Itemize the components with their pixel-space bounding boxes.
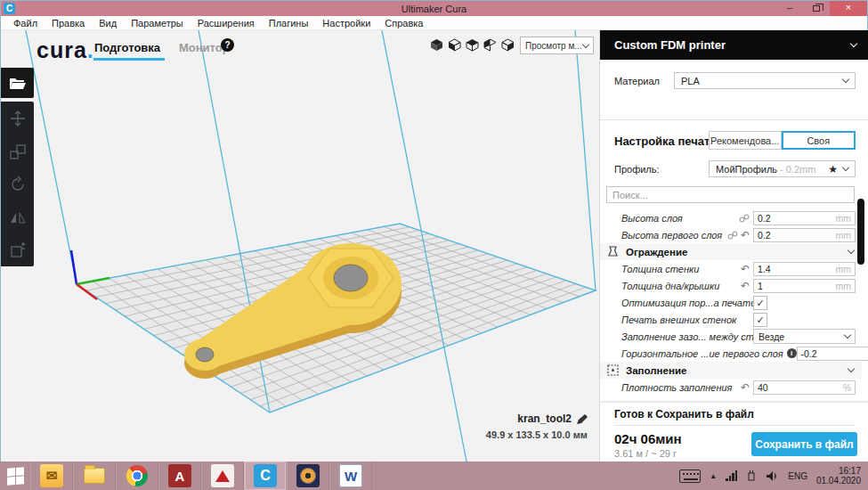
chevron-down-icon [582, 40, 589, 47]
status-text: Готов к Сохранить в файл [614, 408, 754, 421]
edit-pencil-icon[interactable] [576, 413, 588, 425]
tab-recommended[interactable]: Рекомендова... [709, 131, 782, 150]
material-usage: 3.61 м / ~ 29 г [614, 448, 677, 459]
close-button[interactable]: × [830, 1, 867, 16]
save-to-file-button[interactable]: Сохранить в файл [751, 432, 857, 456]
taskbar-outlook[interactable]: ✉ [30, 461, 73, 490]
build-plate-scene [1, 30, 600, 461]
view-mode-value: Просмотр м... [525, 41, 582, 51]
material-dropdown[interactable]: PLA [674, 72, 856, 89]
view-mode-dropdown[interactable]: Просмотр м... [520, 37, 594, 54]
cura-window: C Ultimaker Cura – × Файл Правка Вид Пар… [0, 0, 868, 461]
section-infill[interactable]: Заполнение [600, 362, 862, 379]
windows-taskbar: ✉ A C W ▲ ENG 16:17 01.04.2020 [0, 461, 868, 490]
profile-value: МойПрофиль - 0.2mm [716, 164, 815, 175]
mirror-tool-button[interactable] [1, 200, 34, 233]
camera-view-buttons [430, 38, 515, 52]
layer-height-input[interactable]: 0.2mm [753, 211, 856, 225]
network-signal-icon[interactable] [726, 470, 737, 481]
chrome-icon [126, 465, 148, 486]
menu-plugins[interactable]: Плагины [262, 18, 316, 29]
start-button[interactable] [0, 461, 30, 490]
tab-prepare[interactable]: Подготовка [94, 41, 160, 54]
star-icon[interactable]: ★ [828, 163, 838, 176]
view-front-icon[interactable] [448, 38, 461, 52]
setting-row-layer-height[interactable]: Высота слоя 0.2mm [600, 209, 862, 226]
title-bar[interactable]: C Ultimaker Cura – × [1, 1, 867, 16]
taskbar-word[interactable]: W [329, 461, 372, 490]
per-model-settings-icon [9, 241, 27, 259]
restore-button[interactable] [803, 1, 830, 16]
settings-list: Высота слоя 0.2mm Высота первого слоя ↶ … [600, 209, 862, 396]
settings-search-input[interactable]: Поиск... [606, 186, 855, 203]
model-dimensions: 49.9 x 133.5 x 10.0 мм [486, 429, 588, 440]
view-right-icon[interactable] [501, 38, 515, 52]
infill-icon [607, 364, 619, 376]
settings-scrollbar[interactable] [857, 199, 864, 265]
setting-row-outer-walls[interactable]: Печать внешних стенок ✓ [600, 311, 862, 328]
word-icon: W [339, 464, 362, 487]
volume-icon[interactable] [766, 470, 779, 482]
setting-row-infill-density[interactable]: Плотность заполнения ↶ 40% [600, 379, 862, 396]
settings-panel: Custom FDM printer Материал PLA Проверит… [599, 30, 868, 461]
initial-layer-height-input[interactable]: 0.2mm [753, 228, 856, 242]
infill-density-input[interactable]: 40% [753, 380, 856, 395]
per-model-settings-button[interactable] [1, 233, 34, 266]
setting-row-wall-thickness[interactable]: Толщина стенки ↶ 1.4mm [600, 260, 862, 277]
view-top-icon[interactable] [466, 38, 479, 52]
keyboard-icon[interactable] [679, 470, 701, 483]
revert-icon[interactable]: ↶ [741, 381, 750, 394]
power-plug-icon[interactable] [746, 470, 757, 482]
profile-dropdown[interactable]: МойПрофиль - 0.2mm ★ [709, 160, 856, 177]
revert-icon[interactable]: ↶ [741, 280, 750, 292]
minimize-button[interactable]: – [776, 1, 803, 16]
menu-view[interactable]: Вид [92, 18, 124, 29]
hidden-icons-arrow[interactable]: ▲ [710, 472, 717, 480]
printer-name: Custom FDM printer [614, 38, 726, 52]
setting-row-initial-layer-height[interactable]: Высота первого слоя ↶ 0.2mm [600, 226, 862, 243]
clock[interactable]: 16:17 01.04.2020 [816, 466, 861, 486]
menu-extensions[interactable]: Расширения [191, 18, 262, 29]
material-label: Материал [614, 76, 674, 86]
help-icon[interactable]: ? [221, 38, 234, 52]
info-icon[interactable]: i [787, 348, 797, 358]
revert-icon[interactable]: ↶ [741, 229, 750, 241]
menu-edit[interactable]: Правка [45, 18, 92, 29]
taskbar-file-explorer[interactable] [73, 461, 116, 490]
setting-row-initial-layer-expansion[interactable]: Горизонтальное ...ие первого слоя i -0.2… [600, 345, 862, 362]
setting-row-fill-gaps[interactable]: Заполнение зазо... между стенками Везде [600, 328, 862, 345]
view-left-icon[interactable] [483, 38, 497, 52]
open-file-button[interactable] [1, 68, 34, 98]
menu-settings[interactable]: Параметры [124, 18, 191, 29]
taskbar-media-player[interactable] [287, 461, 329, 490]
3d-viewport[interactable]: cura. Подготовка Монитор ? Просмотр м... [1, 30, 600, 461]
fill-gaps-dropdown[interactable]: Везде [753, 329, 856, 344]
optimize-wall-order-checkbox[interactable]: ✓ [753, 296, 767, 310]
setting-row-top-bottom-thickness[interactable]: Толщина дна/крышки ↶ 1mm [600, 277, 862, 294]
menu-preferences[interactable]: Настройки [315, 18, 377, 29]
rotate-tool-button[interactable] [1, 167, 34, 200]
restore-icon [813, 5, 820, 12]
profile-suffix: - 0.2mm [777, 164, 815, 175]
initial-layer-expansion-input[interactable]: -0.2mm [797, 347, 868, 361]
cura-logo: cura. [37, 37, 94, 63]
taskbar-chrome[interactable] [116, 461, 158, 490]
section-walls[interactable]: Ограждение [600, 243, 862, 260]
tab-custom[interactable]: Своя [782, 131, 856, 150]
menu-help[interactable]: Справка [377, 18, 430, 29]
taskbar-cura[interactable]: C [244, 461, 287, 490]
rotate-tool-icon [9, 176, 27, 193]
language-indicator[interactable]: ENG [788, 471, 807, 481]
top-bottom-thickness-input[interactable]: 1mm [753, 279, 856, 293]
printer-selector[interactable]: Custom FDM printer [600, 30, 868, 60]
revert-icon[interactable]: ↶ [741, 263, 750, 275]
taskbar-autocad[interactable]: A [158, 461, 201, 490]
wall-thickness-input[interactable]: 1.4mm [753, 262, 856, 276]
move-tool-button[interactable] [1, 102, 34, 135]
view-3d-icon[interactable] [430, 38, 443, 52]
taskbar-acrobat[interactable] [201, 461, 244, 490]
outer-walls-checkbox[interactable]: ✓ [753, 313, 767, 327]
scale-tool-button[interactable] [1, 135, 34, 167]
menu-file[interactable]: Файл [6, 18, 45, 29]
setting-row-optimize-wall-order[interactable]: Оптимизация пор...а печати стенок ✓ [600, 294, 862, 311]
